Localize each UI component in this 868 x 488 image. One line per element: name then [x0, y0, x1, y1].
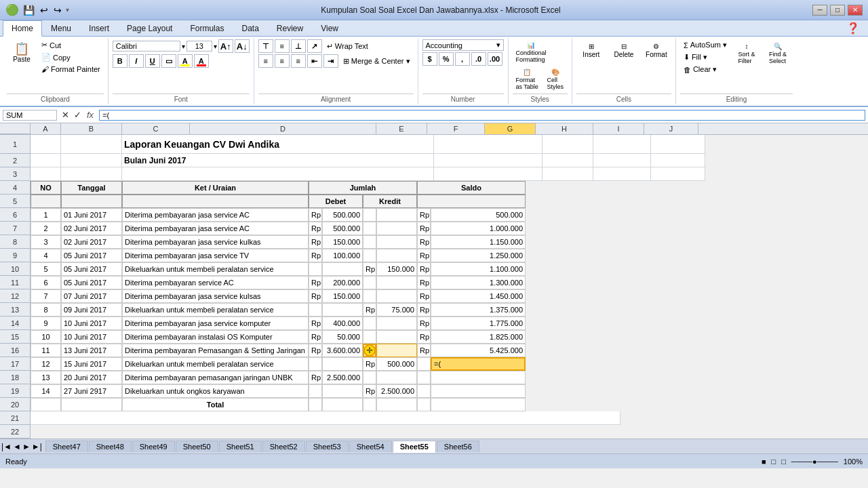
cell-styles-button[interactable]: 🎨 CellStyles	[543, 66, 568, 92]
tab-review[interactable]: Review	[268, 20, 312, 36]
delete-button[interactable]: ⊟ Delete	[609, 39, 639, 62]
window-controls[interactable]: ─ □ ✕	[812, 5, 863, 16]
cell-debet-rp-9[interactable]: Rp	[309, 317, 322, 330]
col-header-j[interactable]: J	[644, 123, 698, 134]
cell-ket-3[interactable]: Diterima pembayaran jasa service kulkas	[122, 235, 309, 249]
cell-date-8[interactable]: 09 Juni 2017	[61, 303, 122, 317]
cell-kredit-val-9[interactable]	[376, 317, 417, 330]
cell-ket-6[interactable]: Diterima pembayaran service AC	[122, 276, 309, 289]
cell-kredit-val-2[interactable]	[376, 222, 417, 235]
cell-ket-4[interactable]: Diterima pembayaran jasa service TV	[122, 249, 309, 262]
quick-access-toolbar[interactable]: 🟢 💾 ↩ ↪ ▾	[5, 3, 69, 16]
cell-no-5[interactable]: 5	[31, 262, 61, 276]
cell-f2[interactable]	[434, 154, 542, 167]
cell-h1[interactable]	[593, 135, 651, 154]
minimize-button[interactable]: ─	[812, 5, 827, 16]
cell-saldo-rp-8[interactable]: Rp	[417, 303, 431, 317]
cell-saldo-rp-12[interactable]	[417, 357, 431, 371]
view-layout-icon[interactable]: □	[772, 458, 776, 466]
cell-c1-title[interactable]: Laporan Keuangan CV Dwi Andika	[122, 135, 434, 154]
prev-tab-button[interactable]: ◄	[13, 442, 21, 451]
cell-debet-rp-14[interactable]	[309, 384, 322, 398]
cell-kredit-rp-10[interactable]	[363, 330, 376, 344]
cell-i3[interactable]	[651, 167, 705, 181]
cell-debet-val-7[interactable]: 150.000	[322, 289, 363, 303]
cancel-formula-button[interactable]: ✕	[60, 110, 71, 120]
customize-btn[interactable]: ▾	[66, 6, 69, 14]
row-num-15[interactable]: 15	[0, 330, 31, 344]
decrease-indent-button[interactable]: ⇤	[307, 54, 322, 68]
comma-button[interactable]: ,	[455, 52, 470, 66]
cell-debet-rp-6[interactable]: Rp	[309, 276, 322, 289]
view-page-break-icon[interactable]: □	[781, 458, 786, 466]
header-jumlah[interactable]: Jumlah	[309, 181, 417, 195]
view-normal-icon[interactable]: ■	[762, 458, 766, 466]
row-num-19[interactable]: 19	[0, 384, 31, 398]
cell-saldo-val-3[interactable]: 1.150.000	[431, 235, 526, 249]
cell-no-4[interactable]: 4	[31, 249, 61, 262]
tab-sheet51[interactable]: Sheet51	[219, 441, 262, 452]
align-left-button[interactable]: ≡	[258, 54, 273, 68]
cell-kredit-rp-8[interactable]: Rp	[363, 303, 376, 317]
col-header-f[interactable]: F	[427, 123, 485, 134]
increase-decimal-button[interactable]: .00	[488, 52, 502, 66]
header-saldo-2[interactable]	[417, 195, 526, 208]
cell-debet-rp-1[interactable]: Rp	[309, 208, 322, 222]
border-button[interactable]: ▭	[161, 54, 176, 68]
cell-date-5[interactable]: 05 Juni 2017	[61, 262, 122, 276]
header-no-2[interactable]	[31, 195, 61, 208]
font-size-input[interactable]: 13	[186, 41, 212, 52]
cell-saldo-rp-3[interactable]: Rp	[417, 235, 431, 249]
cell-date-11[interactable]: 13 Juni 2017	[61, 344, 122, 357]
percent-button[interactable]: %	[439, 52, 454, 66]
cell-no-6[interactable]: 6	[31, 276, 61, 289]
cell-b2[interactable]	[61, 154, 122, 167]
cell-saldo-val-11[interactable]: 5.425.000	[431, 344, 526, 357]
cell-total-h[interactable]	[417, 398, 431, 411]
tab-sheet49[interactable]: Sheet49	[132, 441, 175, 452]
cell-date-10[interactable]: 10 Juni 2017	[61, 330, 122, 344]
cell-kredit-rp-13[interactable]	[363, 371, 376, 384]
tab-home[interactable]: Home	[3, 20, 42, 37]
header-tanggal[interactable]: Tanggal	[61, 181, 122, 195]
cell-saldo-rp-5[interactable]: Rp	[417, 262, 431, 276]
row-num-4[interactable]: 4	[0, 181, 31, 195]
cell-no-9[interactable]: 9	[31, 317, 61, 330]
cell-saldo-val-12-active[interactable]: =(	[431, 357, 526, 371]
cell-a2[interactable]	[31, 154, 61, 167]
conditional-formatting-button[interactable]: 📊 ConditionalFormatting	[513, 39, 550, 65]
last-tab-button[interactable]: ►|	[32, 442, 42, 451]
cell-saldo-val-6[interactable]: 1.300.000	[431, 276, 526, 289]
cell-debet-val-6[interactable]: 200.000	[322, 276, 363, 289]
decrease-font-btn[interactable]: A↓	[235, 39, 250, 53]
cell-i2[interactable]	[651, 154, 705, 167]
col-header-e[interactable]: E	[376, 123, 427, 134]
cell-debet-val-5[interactable]	[322, 262, 363, 276]
maximize-button[interactable]: □	[830, 5, 845, 16]
tab-menu[interactable]: Menu	[42, 20, 80, 36]
cell-saldo-val-14[interactable]	[431, 384, 526, 398]
cell-saldo-val-8[interactable]: 1.375.000	[431, 303, 526, 317]
cell-kredit-rp-1[interactable]	[363, 208, 376, 222]
undo-button[interactable]: ↩	[39, 5, 50, 16]
cell-saldo-val-9[interactable]: 1.775.000	[431, 317, 526, 330]
cell-f1[interactable]	[434, 135, 542, 154]
cell-no-3[interactable]: 3	[31, 235, 61, 249]
row-num-22[interactable]: 22	[0, 425, 31, 439]
cell-ket-10[interactable]: Diterima pembayaran instalasi OS Kompute…	[122, 330, 309, 344]
align-center-button[interactable]: ≡	[275, 54, 290, 68]
cell-saldo-rp-6[interactable]: Rp	[417, 276, 431, 289]
cell-debet-val-10[interactable]: 50.000	[322, 330, 363, 344]
cell-debet-rp-10[interactable]: Rp	[309, 330, 322, 344]
cell-kredit-rp-4[interactable]	[363, 249, 376, 262]
confirm-formula-button[interactable]: ✓	[72, 110, 83, 120]
formula-input[interactable]	[99, 110, 865, 121]
cell-ket-13[interactable]: Diterima pembayaran pemasangan jaringan …	[122, 371, 309, 384]
cell-debet-rp-3[interactable]: Rp	[309, 235, 322, 249]
cell-kredit-rp-9[interactable]	[363, 317, 376, 330]
cell-total-a[interactable]	[31, 398, 61, 411]
cell-g1[interactable]	[542, 135, 593, 154]
cell-saldo-rp-11[interactable]: Rp	[417, 344, 431, 357]
cell-date-14[interactable]: 27 Juni 2917	[61, 384, 122, 398]
cell-f3[interactable]	[434, 167, 542, 181]
